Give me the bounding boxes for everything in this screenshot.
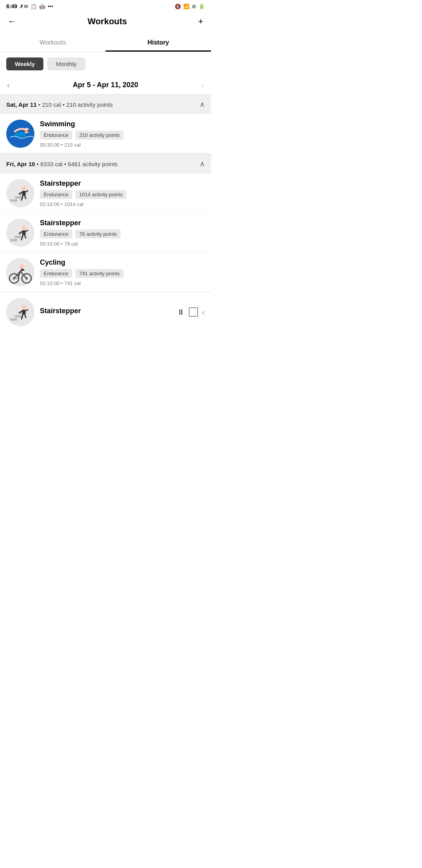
workout-item-partial[interactable]: Stairstepper ⏸ ‹ [0,292,211,332]
mute-icon: 🔇 [175,4,181,9]
monthly-button[interactable]: Monthly [47,57,85,70]
wifi-icon: 📶 [183,4,190,9]
svg-rect-10 [22,191,25,195]
workout-item[interactable]: Swimming Endurance 210 activity points 0… [0,114,211,154]
date-range: Apr 5 - Apr 11, 2020 [73,81,138,89]
day-section-fri-apr-10[interactable]: Fri, Apr 10 • 6333 cal • 6461 activity p… [0,154,211,174]
tag-activity-points: 78 activity points [75,230,121,239]
svg-rect-7 [15,196,22,199]
collapse-icon: ∧ [200,100,205,109]
workout-meta: 00:10:00 • 78 cal [40,241,205,247]
clipboard-icon: 📋 [30,4,37,9]
more-icon: ••• [48,4,53,9]
collapse-icon: ∧ [200,160,205,168]
workout-item[interactable]: Stairstepper Endurance 1014 activity poi… [0,174,211,213]
battery-icon: 🔋 [198,4,205,9]
workout-meta: 02:10:00 • 1014 cal [40,201,205,207]
partial-controls: ⏸ ‹ [177,307,205,317]
tab-history[interactable]: History [106,34,211,52]
workout-name: Cycling [40,258,205,267]
tag-endurance: Endurance [40,230,72,239]
svg-rect-40 [15,315,22,317]
avatar [6,298,34,326]
tag-activity-points: 741 activity points [75,269,123,278]
svg-point-42 [21,305,26,310]
pause-icon[interactable]: ⏸ [177,308,185,317]
workout-tags: Endurance 210 activity points [40,131,205,140]
day-label: Sat, Apr 11 • 210 cal • 210 activity poi… [6,101,113,108]
workout-meta: 00:30:00 • 210 cal [40,142,205,148]
tab-workouts[interactable]: Workouts [0,34,106,52]
workout-name: Stairstepper [40,219,205,227]
svg-point-9 [21,186,26,191]
status-left: 6:49 ✗✉ 📋 🤖 ••• [6,3,53,9]
workout-tags: Endurance 741 activity points [40,269,205,278]
checkbox-icon[interactable] [189,307,198,317]
svg-rect-43 [22,310,25,314]
status-right: 🔇 📶 ⊘ 🔋 [175,4,205,9]
svg-point-19 [21,226,26,230]
workout-item[interactable]: Cycling Endurance 741 activity points 02… [0,253,211,292]
workout-item[interactable]: Stairstepper Endurance 78 activity point… [0,213,211,253]
svg-rect-16 [10,239,17,241]
workout-meta: 02:10:00 • 741 cal [40,280,205,286]
prev-date-button[interactable]: ‹ [7,81,10,90]
svg-rect-6 [10,199,17,202]
back-icon[interactable]: ‹ [202,308,205,317]
workout-info: Stairstepper [40,307,172,317]
add-button[interactable]: + [197,15,205,28]
avatar [6,179,34,207]
app-bar: ← Workouts + [0,11,211,34]
date-navigator: ‹ Apr 5 - Apr 11, 2020 › [0,76,211,94]
status-time: 6:49 [6,3,17,9]
next-date-button[interactable]: › [201,81,204,90]
workout-tags: Endurance 78 activity points [40,230,205,239]
period-selector: Weekly Monthly [0,52,211,76]
tabs: Workouts History [0,34,211,52]
svg-rect-17 [15,236,22,238]
notifications-icon: ✗✉ [20,4,28,9]
avatar [6,120,34,148]
workout-tags: Endurance 1014 activity points [40,190,205,199]
day-section-sat-apr-11[interactable]: Sat, Apr 11 • 210 cal • 210 activity poi… [0,94,211,114]
tag-endurance: Endurance [40,269,72,278]
workout-info: Swimming Endurance 210 activity points 0… [40,120,205,148]
weekly-button[interactable]: Weekly [6,57,43,70]
workout-info: Stairstepper Endurance 1014 activity poi… [40,179,205,207]
avatar [6,219,34,247]
svg-rect-39 [10,318,17,321]
workout-info: Cycling Endurance 741 activity points 02… [40,258,205,286]
workout-name: Stairstepper [40,179,205,188]
workout-name: Swimming [40,120,205,128]
tag-endurance: Endurance [40,131,72,140]
back-button[interactable]: ← [6,15,18,28]
workout-info: Stairstepper Endurance 78 activity point… [40,219,205,247]
day-label: Fri, Apr 10 • 6333 cal • 6461 activity p… [6,161,118,167]
status-bar: 6:49 ✗✉ 📋 🤖 ••• 🔇 📶 ⊘ 🔋 [0,0,211,11]
svg-point-36 [20,264,24,269]
workout-name: Stairstepper [40,307,172,315]
tag-activity-points: 1014 activity points [75,190,127,199]
tag-endurance: Endurance [40,190,72,199]
page-title: Workouts [88,16,127,27]
android-icon: 🤖 [39,4,45,9]
avatar [6,258,34,286]
no-entry-icon: ⊘ [192,4,196,9]
tag-activity-points: 210 activity points [75,131,123,140]
svg-rect-20 [22,230,25,235]
